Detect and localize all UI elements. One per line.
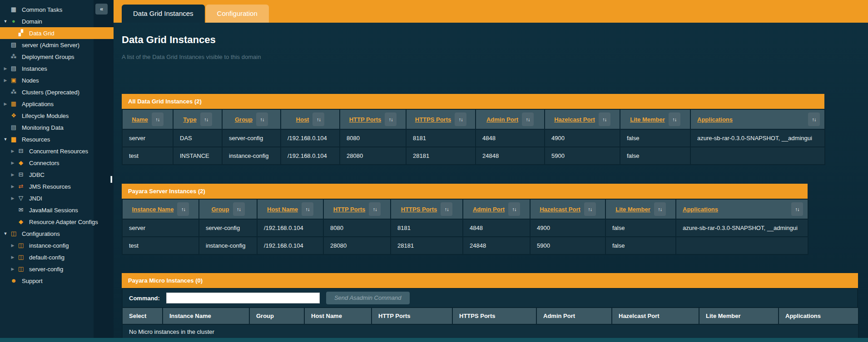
sidebar-item-deployment-groups[interactable]: ⁂Deployment Groups <box>0 51 114 63</box>
column-header-group: Group↑↓ <box>199 199 257 219</box>
tab-configuration[interactable]: Configuration <box>206 5 269 23</box>
sort-link-applications[interactable]: Applications <box>683 206 718 213</box>
sort-toggle-icon[interactable]: ↑↓ <box>522 112 534 126</box>
sort-toggle-icon[interactable]: ↑↓ <box>369 202 381 216</box>
sidebar-item-javamail-sessions[interactable]: ✉JavaMail Sessions <box>0 204 114 216</box>
sidebar-item-concurrent-resources[interactable]: ▶⊟Concurrent Resources <box>0 145 114 157</box>
sort-toggle-icon[interactable]: ↑↓ <box>455 112 466 126</box>
table-cell: server <box>122 219 199 237</box>
sidebar-item-resource-adapter-configs[interactable]: ◆Resource Adapter Configs <box>0 216 114 228</box>
sort-link-http-ports[interactable]: HTTP Ports <box>333 206 366 213</box>
tab-data-grid-instances[interactable]: Data Grid Instances <box>122 5 205 23</box>
sidebar-item-data-grid[interactable]: ▞Data Grid <box>0 27 114 39</box>
sort-toggle-icon[interactable]: ↑↓ <box>669 112 680 126</box>
sort-link-name[interactable]: Name <box>132 116 148 123</box>
caret-down-icon[interactable]: ▼ <box>2 137 9 142</box>
caret-right-icon[interactable]: ▶ <box>9 149 16 153</box>
sidebar-item-default-config[interactable]: ▶◫default-config <box>0 251 114 263</box>
sort-toggle-icon[interactable]: ↑↓ <box>302 202 313 216</box>
caret-right-icon[interactable]: ▶ <box>9 161 16 165</box>
sort-toggle-icon[interactable]: ↑↓ <box>654 202 666 216</box>
table-cell: 24848 <box>463 237 530 254</box>
column-header-http-ports: HTTP Ports↑↓ <box>323 199 391 219</box>
table-cell: test <box>122 237 199 254</box>
sort-link-applications[interactable]: Applications <box>697 116 733 123</box>
sort-link-group[interactable]: Group <box>235 116 253 123</box>
sort-toggle-icon[interactable]: ↑↓ <box>385 112 397 126</box>
sort-link-hazelcast-port[interactable]: Hazelcast Port <box>554 116 595 123</box>
sort-link-admin-port[interactable]: Admin Port <box>473 206 505 213</box>
sort-link-admin-port[interactable]: Admin Port <box>486 116 518 123</box>
sidebar-item-jms-resources[interactable]: ▶⇄JMS Resources <box>0 181 114 192</box>
sort-toggle-icon[interactable]: ↑↓ <box>233 202 245 216</box>
sort-link-hazelcast-port[interactable]: Hazelcast Port <box>540 206 580 213</box>
page-subtitle: A list of the Data Grid Instances visibl… <box>122 54 868 60</box>
caret-right-icon[interactable]: ▶ <box>9 267 16 271</box>
connector-icon: ◆ <box>16 219 25 225</box>
sidebar-item-server-admin-server[interactable]: ▤server (Admin Server) <box>0 39 114 51</box>
lifecycle-modules-icon: ❖ <box>9 112 18 119</box>
sort-link-host[interactable]: Host <box>296 116 309 123</box>
sidebar-item-instance-config[interactable]: ▶◫instance-config <box>0 239 114 251</box>
send-asadmin-command-button[interactable]: Send Asadmin Command <box>326 292 410 304</box>
sidebar-item-lifecycle-modules[interactable]: ❖Lifecycle Modules <box>0 110 114 122</box>
sort-toggle-icon[interactable]: ↑↓ <box>508 202 520 216</box>
sidebar-item-connectors[interactable]: ▶◆Connectors <box>0 157 114 169</box>
column-header-admin-port: Admin Port <box>536 308 612 324</box>
sort-link-lite-member[interactable]: Lite Member <box>615 206 650 213</box>
column-header-instance-name: Instance Name↑↓ <box>122 199 199 219</box>
column-header-http-ports: HTTP Ports <box>372 308 452 324</box>
caret-right-icon[interactable]: ▶ <box>9 184 16 189</box>
sort-link-lite-member[interactable]: Lite Member <box>630 116 665 123</box>
sort-link-group[interactable]: Group <box>212 206 229 213</box>
command-input[interactable] <box>166 293 320 303</box>
sort-link-instance-name[interactable]: Instance Name <box>132 206 174 213</box>
sidebar-item-server-config[interactable]: ▶◫server-config <box>0 263 114 275</box>
sort-toggle-icon[interactable]: ↑↓ <box>808 112 820 126</box>
page-title: Data Grid Instances <box>122 34 868 46</box>
table-cell: azure-sb-rar-0.3.0-SNAPSHOT, __admingui <box>690 129 825 147</box>
caret-down-icon[interactable]: ▼ <box>2 19 9 24</box>
caret-down-icon[interactable]: ▼ <box>2 231 9 236</box>
sidebar-item-configurations[interactable]: ▼◫Configurations <box>0 228 114 239</box>
caret-right-icon[interactable]: ▶ <box>2 78 9 83</box>
caret-right-icon[interactable]: ▶ <box>9 196 16 200</box>
sort-toggle-icon[interactable]: ↑↓ <box>200 112 212 126</box>
caret-right-icon[interactable]: ▶ <box>9 243 16 248</box>
sort-toggle-icon[interactable]: ↑↓ <box>177 202 189 216</box>
sort-link-type[interactable]: Type <box>183 116 196 123</box>
table-cell: server-config <box>222 129 281 147</box>
sidebar-scrollbar-thumb[interactable] <box>110 176 112 183</box>
caret-right-icon[interactable]: ▶ <box>2 102 9 106</box>
sort-toggle-icon[interactable]: ↑↓ <box>584 202 596 216</box>
sidebar-item-resources[interactable]: ▼▆Resources <box>0 133 114 145</box>
sort-toggle-icon[interactable]: ↑↓ <box>152 112 164 126</box>
sort-link-https-ports[interactable]: HTTPS Ports <box>415 116 451 123</box>
column-header-instance-name: Instance Name <box>163 308 249 324</box>
sort-link-http-ports[interactable]: HTTP Ports <box>349 116 382 123</box>
sidebar-item-instances[interactable]: ▶▤Instances <box>0 63 114 74</box>
sidebar-item-domain[interactable]: ▼●Domain <box>0 15 114 27</box>
sidebar-item-support[interactable]: ☻Support <box>0 275 114 287</box>
sidebar-item-jdbc[interactable]: ▶⊟JDBC <box>0 169 114 181</box>
config-icon: ◫ <box>16 266 25 272</box>
caret-right-icon[interactable]: ▶ <box>2 66 9 71</box>
table-cell: server <box>122 129 173 147</box>
sort-link-https-ports[interactable]: HTTPS Ports <box>401 206 437 213</box>
caret-right-icon[interactable]: ▶ <box>9 255 16 259</box>
sidebar-item-nodes[interactable]: ▶▣Nodes <box>0 74 114 86</box>
sort-toggle-icon[interactable]: ↑↓ <box>441 202 452 216</box>
sidebar-item-applications[interactable]: ▶▦Applications <box>0 98 114 110</box>
sidebar-item-clusters-deprecated[interactable]: ⁂Clusters (Deprecated) <box>0 86 114 98</box>
sidebar-item-jndi[interactable]: ▶▽JNDI <box>0 192 114 204</box>
sort-toggle-icon[interactable]: ↑↓ <box>599 112 610 126</box>
sort-toggle-icon[interactable]: ↑↓ <box>312 112 324 126</box>
sort-toggle-icon[interactable]: ↑↓ <box>256 112 268 126</box>
column-header-group: Group↑↓ <box>222 109 281 129</box>
caret-right-icon[interactable]: ▶ <box>9 172 16 177</box>
sidebar-item-monitoring-data[interactable]: ▤Monitoring Data <box>0 122 114 133</box>
sort-toggle-icon[interactable]: ↑↓ <box>791 202 803 216</box>
payara-micro-instances-table: SelectInstance NameGroupHost NameHTTP Po… <box>122 307 859 340</box>
sidebar-collapse-button[interactable]: « <box>95 4 108 15</box>
sort-link-host-name[interactable]: Host Name <box>267 206 298 213</box>
